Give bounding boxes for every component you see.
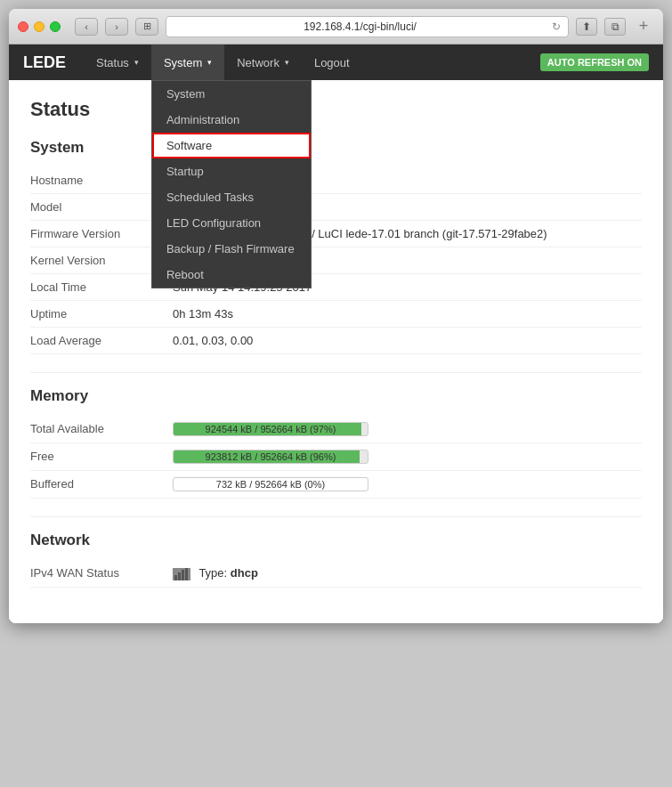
row-value: 0h 13m 43s — [173, 301, 642, 328]
table-row: Kernel Version 4.4.61 — [30, 247, 642, 274]
progress-label: 923812 kB / 952664 kB (96%) — [174, 451, 368, 462]
back-button[interactable]: ‹ — [75, 18, 98, 36]
table-row: Free 923812 kB / 952664 kB (96%) — [30, 443, 642, 471]
svg-rect-2 — [182, 570, 184, 580]
row-value: Type: dhcp — [173, 560, 642, 587]
system-menu-administration[interactable]: Administration — [152, 107, 311, 133]
refresh-icon[interactable]: ↻ — [552, 20, 561, 33]
title-bar: ‹ › ⊞ 192.168.4.1/cgi-bin/luci/ ↻ ⬆ ⧉ + — [9, 9, 663, 45]
tabs-button[interactable]: ⊞ — [135, 18, 158, 36]
svg-rect-0 — [174, 575, 177, 580]
memory-section-title: Memory — [30, 387, 642, 405]
maximize-button[interactable] — [50, 21, 61, 32]
minimize-button[interactable] — [34, 21, 45, 32]
table-row: Model 3 Model B Rev 1.2 — [30, 194, 642, 221]
brand-logo: LEDE — [23, 53, 66, 72]
auto-refresh-badge[interactable]: AUTO REFRESH ON — [540, 53, 649, 71]
memory-info-table: Total Available 924544 kB / 952664 kB (9… — [30, 416, 642, 499]
forward-button[interactable]: › — [105, 18, 128, 36]
row-label: Buffered — [30, 471, 173, 499]
table-row: Total Available 924544 kB / 952664 kB (9… — [30, 416, 642, 443]
network-section-title: Network — [30, 531, 642, 549]
row-value: 732 kB / 952664 kB (0%) — [173, 471, 642, 499]
duplicate-button[interactable]: ⧉ — [604, 18, 626, 36]
progress-label: 732 kB / 952664 kB (0%) — [174, 479, 368, 490]
table-row: Load Average 0.01, 0.03, 0.00 — [30, 328, 642, 354]
nav-menu: Status ▾ System ▾ System Administration … — [84, 45, 649, 80]
table-row: IPv4 WAN Status Type: dhcp — [30, 560, 642, 587]
new-tab-button[interactable]: + — [633, 16, 654, 37]
system-menu-startup[interactable]: Startup — [152, 158, 311, 184]
nav-item-status[interactable]: Status ▾ — [84, 45, 151, 80]
system-info-table: Hostname Model 3 Model B Rev 1.2 Firmwar… — [30, 167, 642, 354]
network-info-table: IPv4 WAN Status Type: dhcp — [30, 560, 642, 588]
section-divider — [30, 516, 642, 517]
row-value: 923812 kB / 952664 kB (96%) — [173, 443, 642, 471]
progress-label: 924544 kB / 952664 kB (97%) — [174, 424, 368, 434]
table-row: Buffered 732 kB / 952664 kB (0%) — [30, 471, 642, 499]
system-menu-container: System ▾ System Administration Software … — [151, 45, 224, 80]
section-divider — [30, 372, 642, 373]
system-menu-led-configuration[interactable]: LED Configuration — [152, 210, 311, 236]
nav-item-logout[interactable]: Logout — [302, 45, 362, 80]
system-section-title: System — [30, 139, 642, 157]
traffic-lights — [18, 21, 61, 32]
nav-item-network[interactable]: Network ▾ — [224, 45, 302, 80]
row-value: 924544 kB / 952664 kB (97%) — [173, 416, 642, 443]
table-row: Local Time Sun May 14 14:19:25 2017 — [30, 274, 642, 301]
free-memory-bar: 923812 kB / 952664 kB (96%) — [173, 450, 368, 464]
total-available-bar: 924544 kB / 952664 kB (97%) — [173, 422, 368, 436]
browser-window: ‹ › ⊞ 192.168.4.1/cgi-bin/luci/ ↻ ⬆ ⧉ + … — [9, 9, 663, 623]
buffered-memory-bar: 732 kB / 952664 kB (0%) — [173, 477, 368, 491]
close-button[interactable] — [18, 21, 28, 32]
page-title: Status — [30, 98, 642, 121]
system-menu-scheduled-tasks[interactable]: Scheduled Tasks — [152, 184, 311, 210]
table-row: Uptime 0h 13m 43s — [30, 301, 642, 328]
svg-rect-3 — [185, 568, 188, 580]
system-menu-reboot[interactable]: Reboot — [152, 262, 311, 288]
system-menu-system[interactable]: System — [152, 81, 311, 107]
type-value: dhcp — [231, 566, 258, 580]
row-label: Uptime — [30, 301, 173, 328]
row-label: Total Available — [30, 416, 173, 443]
table-row: Firmware Version 17.01.1 r3316-7eb58cf10… — [30, 221, 642, 247]
row-label: Load Average — [30, 328, 173, 354]
nav-item-system[interactable]: System ▾ — [151, 45, 224, 80]
address-bar[interactable]: 192.168.4.1/cgi-bin/luci/ ↻ — [166, 16, 569, 37]
top-nav: LEDE Status ▾ System ▾ System Administra… — [9, 45, 663, 80]
svg-rect-1 — [178, 572, 181, 580]
chevron-down-icon: ▾ — [134, 58, 139, 67]
row-label: Free — [30, 443, 173, 471]
network-status-icon — [173, 568, 190, 580]
chevron-down-icon: ▾ — [285, 58, 289, 67]
table-row: Hostname — [30, 167, 642, 194]
system-menu-backup-flash[interactable]: Backup / Flash Firmware — [152, 236, 311, 262]
system-dropdown-menu: System Administration Software Startup S… — [151, 80, 312, 288]
row-value: 0.01, 0.03, 0.00 — [173, 328, 642, 354]
system-menu-software[interactable]: Software — [152, 133, 311, 158]
chevron-down-icon: ▾ — [207, 58, 212, 67]
address-text: 192.168.4.1/cgi-bin/luci/ — [174, 20, 547, 33]
type-label: Type: — [198, 566, 227, 580]
row-label: IPv4 WAN Status — [30, 560, 173, 587]
main-content: Status System Hostname Model 3 Model B R… — [9, 80, 663, 623]
router-ui: LEDE Status ▾ System ▾ System Administra… — [9, 45, 663, 623]
share-button[interactable]: ⬆ — [576, 18, 597, 36]
